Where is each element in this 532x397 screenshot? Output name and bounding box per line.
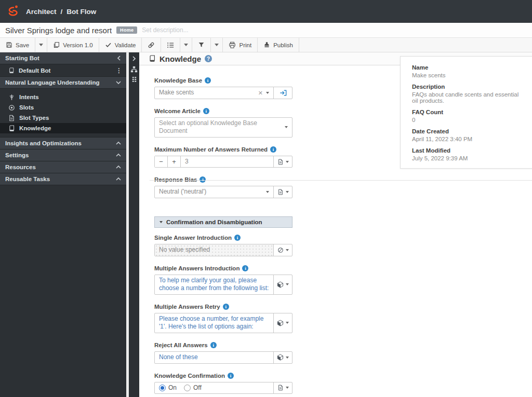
section-label: Starting Bot <box>5 55 39 61</box>
info-icon[interactable]: i <box>223 304 229 310</box>
communication-mode-button[interactable] <box>273 275 292 294</box>
details-name-value: Make scents <box>412 72 521 78</box>
open-knowledge-base-button[interactable] <box>273 87 292 99</box>
save-icon <box>6 42 12 48</box>
link-button[interactable] <box>142 38 161 52</box>
info-icon[interactable]: i <box>270 146 276 153</box>
info-icon[interactable]: i <box>242 265 248 271</box>
max-answers-value[interactable]: 3 <box>181 156 273 168</box>
list-menu-button[interactable] <box>180 38 192 52</box>
radio-off-icon <box>184 385 191 391</box>
version-button[interactable]: Version 1.0 <box>47 38 99 52</box>
chevron-down-icon <box>286 161 289 163</box>
chevron-down-icon <box>286 387 289 389</box>
sidebar-section-nlu[interactable]: Natural Language Understanding <box>0 77 126 89</box>
welcome-article-select[interactable]: Select an optional Knowledge Base Docume… <box>154 117 292 138</box>
details-description-value: FAQs about candle scents and essential o… <box>412 91 521 104</box>
chevron-up-icon[interactable] <box>116 165 121 169</box>
section-label: Settings <box>5 152 29 158</box>
communication-mode-button[interactable] <box>273 313 292 333</box>
chevron-down-icon[interactable] <box>285 126 288 128</box>
section-label: Reusable Tasks <box>5 176 50 182</box>
reject-all-label: Reject All Answers i <box>154 342 292 348</box>
grid-icon[interactable] <box>132 76 137 83</box>
info-icon[interactable]: i <box>228 373 234 379</box>
flow-description-placeholder[interactable]: Set description... <box>142 26 188 34</box>
max-answers-label: Maximum Number of Answers Returned i <box>154 146 292 153</box>
validate-button[interactable]: Validate <box>99 38 142 52</box>
communication-mode-button[interactable] <box>273 352 292 363</box>
radio-off[interactable]: Off <box>184 384 202 392</box>
chevron-down-icon[interactable] <box>116 80 121 85</box>
response-bias-select[interactable]: Neutral ('neutral') <box>154 186 292 198</box>
reject-all-value: None of these <box>159 353 198 362</box>
info-icon[interactable]: i <box>234 235 241 241</box>
chevron-up-icon[interactable] <box>116 141 121 145</box>
no-value-mode-button[interactable] <box>273 244 292 256</box>
expand-panel-chevron-right-icon[interactable] <box>132 56 136 61</box>
save-menu-button[interactable] <box>35 38 47 52</box>
sidebar-item-slots[interactable]: Slots <box>0 102 126 113</box>
filter-button[interactable] <box>192 38 211 52</box>
section-label: Natural Language Understanding <box>5 79 99 86</box>
publish-stamp-icon <box>263 42 270 48</box>
breadcrumb-page: Bot Flow <box>66 8 96 16</box>
sidebar-item-knowledge[interactable]: Knowledge <box>0 123 126 133</box>
response-bias-value: Neutral ('neutral') <box>159 188 206 196</box>
sidebar-item-default-bot[interactable]: Default Bot ⋮ <box>0 64 126 77</box>
help-icon[interactable]: ? <box>205 55 212 62</box>
chevron-left-icon[interactable] <box>117 56 121 61</box>
sidebar-item-slot-types[interactable]: Slot Types <box>0 113 126 123</box>
multiple-intro-field[interactable]: To help me clarify your goal, please cho… <box>154 275 292 295</box>
breadcrumb-separator: / <box>61 8 63 16</box>
publish-button[interactable]: Publish <box>258 38 299 52</box>
flow-title: Silver Springs lodge and resort <box>5 26 112 35</box>
nlu-item-label: Intents <box>19 94 39 100</box>
print-button[interactable]: Print <box>223 38 258 52</box>
info-icon[interactable]: i <box>203 108 209 114</box>
sitemap-icon[interactable] <box>130 66 138 73</box>
clear-icon[interactable]: ✕ <box>255 89 266 97</box>
radio-on[interactable]: On <box>159 384 177 392</box>
info-icon[interactable]: i <box>205 77 211 84</box>
expression-mode-button[interactable] <box>273 186 292 198</box>
radio-on-icon <box>159 385 166 391</box>
kebab-menu-icon[interactable]: ⋮ <box>116 67 122 74</box>
chevron-down-icon[interactable] <box>266 191 269 193</box>
chevron-up-icon[interactable] <box>116 177 121 181</box>
max-answers-stepper: − + 3 <box>154 156 292 168</box>
knowledge-base-field[interactable]: Make scents ✕ <box>154 87 292 99</box>
chevron-down-icon <box>39 44 43 46</box>
increment-button[interactable]: + <box>168 156 181 168</box>
sidebar-section-reusable-tasks[interactable]: Reusable Tasks <box>0 173 126 185</box>
decrement-button[interactable]: − <box>155 156 168 168</box>
expression-mode-button[interactable] <box>273 156 292 168</box>
sidebar-section-settings[interactable]: Settings <box>0 149 126 161</box>
publish-label: Publish <box>273 42 293 48</box>
chevron-up-icon[interactable] <box>116 153 121 157</box>
multiple-retry-field[interactable]: Please choose a number, for example '1'.… <box>154 313 292 333</box>
welcome-article-label: Welcome Article i <box>154 108 292 114</box>
communication-cube-icon <box>277 281 284 288</box>
toolbar: Save Version 1.0 Validate Print Publish <box>0 38 532 52</box>
chevron-down-icon[interactable] <box>266 92 269 94</box>
reject-all-field[interactable]: None of these <box>154 351 292 364</box>
filter-menu-button[interactable] <box>211 38 223 52</box>
knowledge-confirmation-label: Knowledge Confirmation i <box>154 373 292 379</box>
sidebar-section-starting-bot[interactable]: Starting Bot <box>0 52 126 64</box>
sidebar-section-resources[interactable]: Resources <box>0 161 126 173</box>
info-icon[interactable]: i <box>210 342 217 348</box>
architect-app: Architect / Bot Flow Silver Springs lodg… <box>0 0 532 397</box>
ordered-list-button[interactable] <box>161 38 180 52</box>
save-button[interactable]: Save <box>0 38 35 52</box>
single-answer-field[interactable]: No value specified <box>154 244 292 256</box>
section-label: Resources <box>5 164 36 170</box>
sidebar-item-intents[interactable]: Intents <box>0 92 126 102</box>
ordered-list-icon <box>167 42 174 49</box>
sidebar-section-insights[interactable]: Insights and Optimizations <box>0 138 126 149</box>
knowledge-base-value: Make scents <box>159 89 194 97</box>
confirmation-section: Confirmation and Disambiguation Single A… <box>154 216 292 397</box>
slots-icon <box>8 104 15 111</box>
confirmation-section-header[interactable]: Confirmation and Disambiguation <box>154 216 292 228</box>
expression-mode-button[interactable] <box>273 382 292 394</box>
